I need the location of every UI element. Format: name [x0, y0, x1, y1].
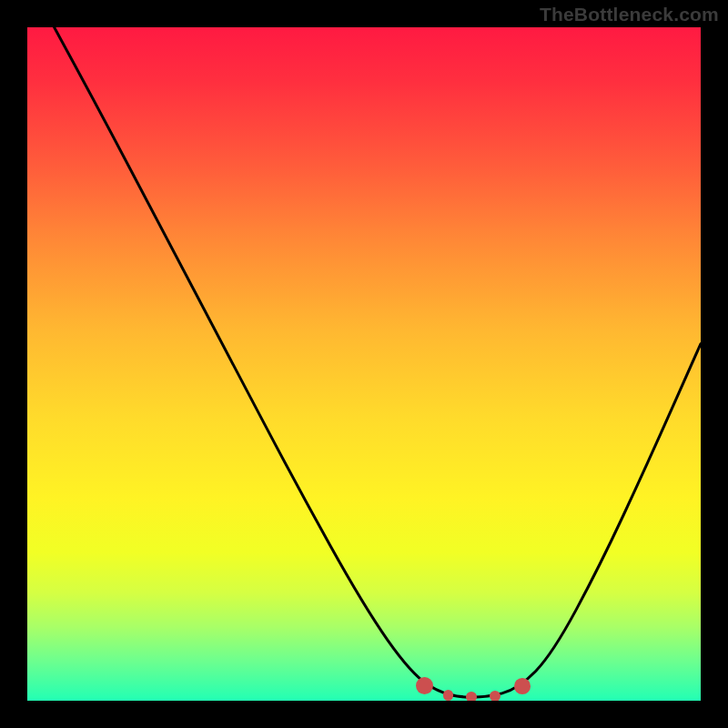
bottleneck-curve [55, 27, 701, 697]
curve-layer [27, 27, 701, 701]
chart-frame: TheBottleneck.com [0, 0, 728, 728]
range-right-cap [514, 678, 531, 694]
range-dot-3 [490, 691, 500, 701]
watermark-text: TheBottleneck.com [540, 4, 719, 25]
range-dot-2 [466, 692, 477, 701]
plot-area [27, 27, 701, 701]
